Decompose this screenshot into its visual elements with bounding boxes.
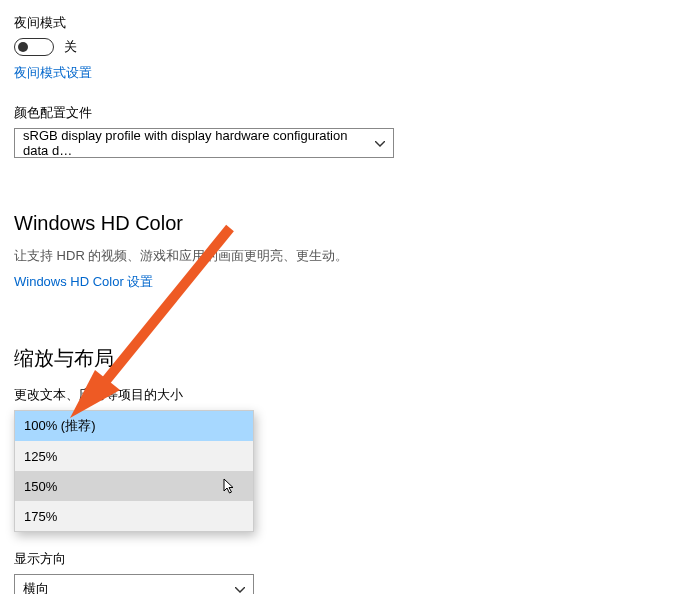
scale-label: 更改文本、应用等项目的大小 [14, 386, 680, 404]
scale-option-125[interactable]: 125% [15, 441, 253, 471]
scale-list: 100% (推荐) 125% 150% 175% [14, 410, 254, 532]
color-profile-dropdown[interactable]: sRGB display profile with display hardwa… [14, 128, 394, 158]
night-mode-state: 关 [64, 38, 77, 56]
color-profile-label: 颜色配置文件 [14, 104, 680, 122]
orientation-value: 横向 [23, 580, 49, 594]
orientation-label: 显示方向 [14, 550, 680, 568]
hd-color-settings-link[interactable]: Windows HD Color 设置 [14, 273, 153, 291]
toggle-knob [18, 42, 28, 52]
scale-option-150-label: 150% [24, 479, 57, 494]
scale-dropdown-open[interactable]: 100% (推荐) 125% 150% 175% [14, 410, 254, 532]
night-mode-toggle-row: 关 [14, 38, 680, 56]
cursor-icon [223, 478, 237, 496]
night-mode-label: 夜间模式 [14, 14, 680, 32]
hd-color-heading: Windows HD Color [14, 212, 680, 235]
hd-color-desc: 让支持 HDR 的视频、游戏和应用的画面更明亮、更生动。 [14, 247, 680, 265]
chevron-down-icon [375, 138, 385, 149]
color-profile-value: sRGB display profile with display hardwa… [23, 128, 375, 158]
night-mode-toggle[interactable] [14, 38, 54, 56]
scale-option-175[interactable]: 175% [15, 501, 253, 531]
night-mode-settings-link[interactable]: 夜间模式设置 [14, 64, 92, 82]
chevron-down-icon [235, 584, 245, 595]
scale-option-100[interactable]: 100% (推荐) [15, 411, 253, 441]
scale-option-150[interactable]: 150% [15, 471, 253, 501]
scale-heading: 缩放与布局 [14, 345, 680, 372]
orientation-dropdown[interactable]: 横向 [14, 574, 254, 594]
